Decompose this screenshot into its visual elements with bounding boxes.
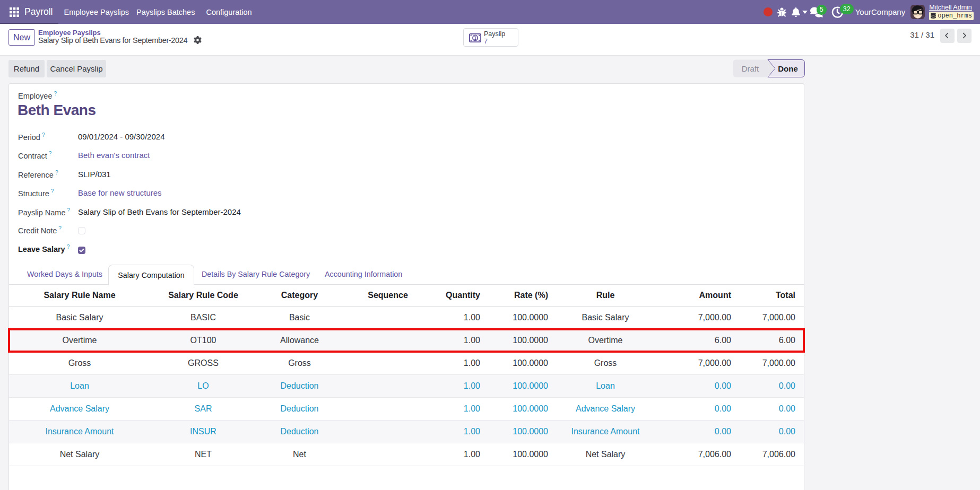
svg-text:Done: Done bbox=[778, 64, 798, 73]
svg-text:Draft: Draft bbox=[742, 64, 759, 73]
